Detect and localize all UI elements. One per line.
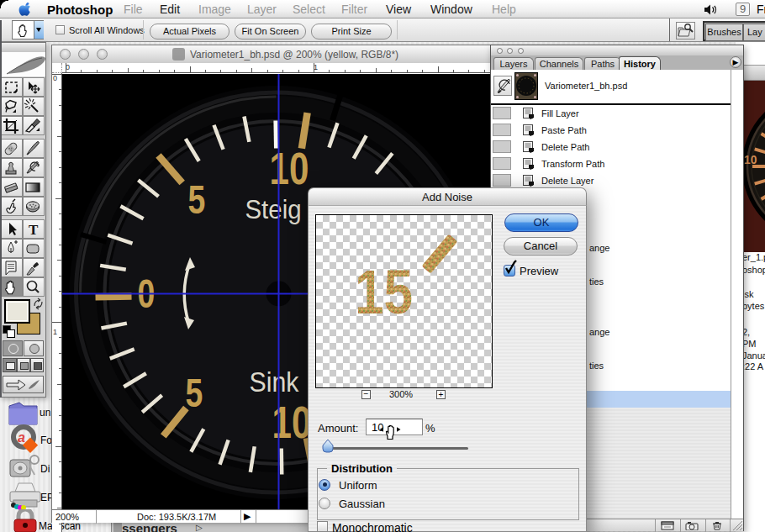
svg-text:a: a [18, 430, 25, 445]
svg-text:10: 10 [270, 143, 309, 193]
svg-text:5: 5 [186, 370, 203, 415]
svg-text:5: 5 [188, 176, 206, 222]
svg-text:15: 15 [355, 257, 413, 326]
svg-text:Sink: Sink [249, 366, 298, 398]
svg-text:T: T [29, 222, 39, 238]
svg-text:Steig: Steig [245, 195, 301, 224]
svg-text:10: 10 [744, 152, 757, 166]
